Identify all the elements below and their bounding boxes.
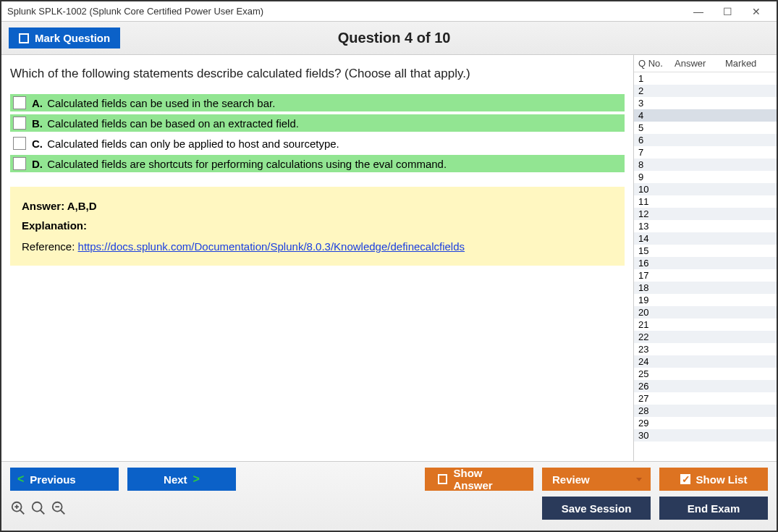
explanation-label: Explanation:	[22, 219, 613, 232]
question-list-row[interactable]: 9	[634, 171, 777, 183]
question-list-row[interactable]: 7	[634, 146, 777, 159]
option-letter: A.	[32, 97, 43, 109]
question-list-row[interactable]: 21	[634, 318, 777, 331]
qrow-number: 10	[638, 184, 675, 195]
footer-row-1: < Previous Next > Show Answer Review Sho…	[10, 468, 768, 491]
option-text: Calculated fields can be based on an ext…	[47, 117, 299, 130]
option-text: Calculated fields are shortcuts for perf…	[47, 158, 447, 170]
zoom-reset-icon[interactable]	[10, 500, 26, 516]
col-qno: Q No.	[638, 58, 675, 69]
question-list-row[interactable]: 13	[634, 220, 777, 232]
question-list-row[interactable]: 17	[634, 269, 777, 282]
minimize-button[interactable]: —	[684, 4, 713, 20]
question-list-row[interactable]: 30	[634, 429, 777, 442]
qrow-number: 12	[638, 208, 675, 219]
show-answer-button[interactable]: Show Answer	[425, 468, 533, 491]
footer-row-2: Save Session End Exam	[10, 497, 768, 520]
zoom-in-icon[interactable]	[30, 500, 46, 516]
review-dropdown[interactable]: Review	[542, 468, 651, 491]
qrow-number: 3	[638, 98, 675, 109]
option-row[interactable]: B. Calculated fields can be based on an …	[10, 114, 625, 132]
question-list-row[interactable]: 8	[634, 159, 777, 171]
body-area: Which of the following statements descri…	[1, 55, 777, 461]
end-exam-label: End Exam	[688, 502, 740, 515]
chevron-left-icon: <	[17, 473, 24, 486]
col-marked: Marked	[725, 58, 772, 69]
qrow-number: 5	[638, 122, 675, 133]
question-list-row[interactable]: 4	[634, 109, 777, 122]
reference-prefix: Reference:	[22, 240, 78, 253]
question-list-row[interactable]: 11	[634, 195, 777, 208]
question-list-row[interactable]: 20	[634, 306, 777, 318]
previous-label: Previous	[30, 473, 75, 486]
option-checkbox[interactable]	[13, 117, 26, 130]
question-list-row[interactable]: 14	[634, 232, 777, 245]
question-list-row[interactable]: 3	[634, 97, 777, 109]
mark-question-button[interactable]: Mark Question	[9, 28, 120, 48]
question-list-row[interactable]: 28	[634, 405, 777, 417]
reference-line: Reference: https://docs.splunk.com/Docum…	[22, 240, 613, 253]
qrow-number: 29	[638, 418, 675, 428]
option-checkbox[interactable]	[13, 96, 26, 109]
qrow-number: 24	[638, 356, 675, 367]
question-list-row[interactable]: 26	[634, 380, 777, 392]
question-list[interactable]: 1234567891011121314151617181920212223242…	[634, 72, 777, 461]
qrow-number: 25	[638, 368, 675, 379]
mark-question-label: Mark Question	[35, 32, 110, 44]
show-answer-label: Show Answer	[453, 467, 520, 491]
option-checkbox[interactable]	[13, 137, 26, 150]
question-list-row[interactable]: 16	[634, 257, 777, 269]
option-row[interactable]: C. Calculated fields can only be applied…	[10, 135, 625, 152]
maximize-button[interactable]: ☐	[713, 4, 742, 20]
option-text: Calculated fields can only be applied to…	[47, 138, 339, 150]
question-list-row[interactable]: 19	[634, 294, 777, 306]
review-label: Review	[552, 473, 590, 486]
svg-line-7	[61, 510, 65, 515]
app-window: Splunk SPLK-1002 (Splunk Core Certified …	[0, 0, 778, 532]
qrow-number: 2	[638, 85, 675, 96]
option-row[interactable]: A. Calculated fields can be used in the …	[10, 94, 625, 111]
question-list-row[interactable]: 29	[634, 417, 777, 429]
option-row[interactable]: D. Calculated fields are shortcuts for p…	[10, 155, 625, 172]
option-checkbox[interactable]	[13, 157, 26, 170]
close-button[interactable]: ✕	[742, 4, 771, 20]
option-letter: B.	[32, 117, 43, 130]
window-title: Splunk SPLK-1002 (Splunk Core Certified …	[7, 6, 684, 17]
question-list-row[interactable]: 27	[634, 392, 777, 405]
save-session-button[interactable]: Save Session	[542, 497, 651, 520]
show-list-label: Show List	[696, 473, 748, 486]
question-list-row[interactable]: 15	[634, 245, 777, 257]
qrow-number: 27	[638, 393, 675, 404]
question-list-row[interactable]: 24	[634, 355, 777, 368]
svg-point-4	[33, 502, 42, 512]
question-prompt: Which of the following statements descri…	[10, 67, 625, 81]
zoom-out-icon[interactable]	[51, 500, 67, 516]
question-list-row[interactable]: 23	[634, 343, 777, 355]
next-label: Next	[164, 473, 187, 486]
qrow-number: 20	[638, 307, 675, 318]
question-list-row[interactable]: 22	[634, 331, 777, 343]
next-button[interactable]: Next >	[127, 468, 236, 491]
previous-button[interactable]: < Previous	[10, 468, 119, 491]
question-list-row[interactable]: 25	[634, 368, 777, 380]
question-list-row[interactable]: 18	[634, 282, 777, 294]
question-list-row[interactable]: 10	[634, 183, 777, 195]
question-list-row[interactable]: 12	[634, 208, 777, 220]
svg-line-5	[41, 510, 45, 515]
question-list-row[interactable]: 1	[634, 72, 777, 85]
qrow-number: 16	[638, 258, 675, 269]
question-list-row[interactable]: 2	[634, 85, 777, 97]
end-exam-button[interactable]: End Exam	[659, 497, 768, 520]
question-list-row[interactable]: 5	[634, 122, 777, 134]
qrow-number: 28	[638, 405, 675, 416]
reference-link[interactable]: https://docs.splunk.com/Documentation/Sp…	[78, 240, 465, 253]
show-list-checkbox-icon	[680, 474, 690, 484]
qrow-number: 18	[638, 282, 675, 293]
show-list-button[interactable]: Show List	[659, 468, 768, 491]
question-list-row[interactable]: 6	[634, 134, 777, 146]
header-bar: Mark Question Question 4 of 10	[1, 22, 777, 55]
option-letter: D.	[32, 158, 43, 170]
footer: < Previous Next > Show Answer Review Sho…	[1, 461, 777, 531]
qrow-number: 13	[638, 221, 675, 232]
question-list-header: Q No. Answer Marked	[634, 55, 777, 72]
